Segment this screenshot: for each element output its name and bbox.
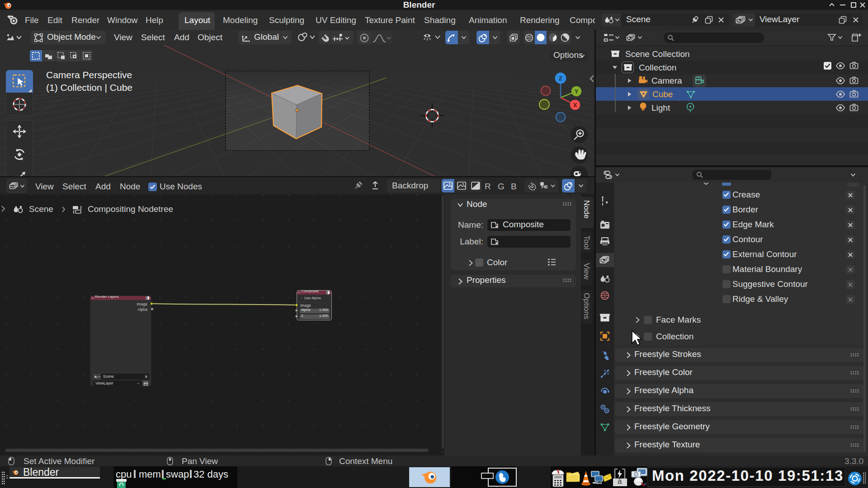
svg-text:Z: Z [559,75,562,82]
svg-text:Y: Y [575,88,579,95]
svg-text:X: X [573,102,577,108]
